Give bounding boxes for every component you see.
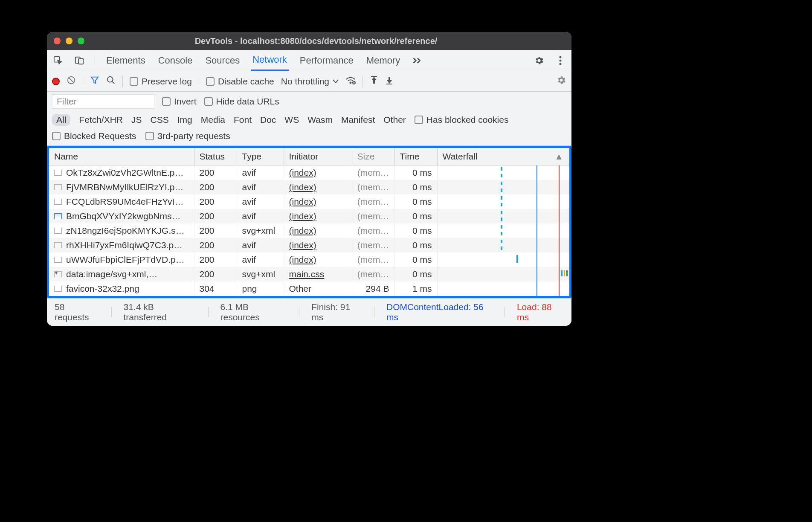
status-load: Load: 88 ms xyxy=(517,302,564,322)
chip-doc[interactable]: Doc xyxy=(260,115,276,125)
divider xyxy=(199,75,199,87)
col-type[interactable]: Type xyxy=(237,148,284,165)
panel-settings-gear-icon[interactable] xyxy=(556,75,566,87)
table-row[interactable]: uWWJfuFbpiClEFjPTdVD.p…200avif(index)(me… xyxy=(49,252,569,267)
sort-arrow-icon: ▲ xyxy=(554,151,563,162)
tab-console[interactable]: Console xyxy=(157,51,194,70)
table-row[interactable]: favicon-32x32.png304pngOther294 B1 ms xyxy=(49,281,569,296)
invert-checkbox[interactable]: Invert xyxy=(162,96,197,107)
has-blocked-cookies-label: Has blocked cookies xyxy=(426,115,509,125)
initiator-link[interactable]: (index) xyxy=(289,255,316,264)
tab-memory[interactable]: Memory xyxy=(365,51,402,70)
initiator-link[interactable]: (index) xyxy=(289,226,316,235)
kebab-menu-icon[interactable] xyxy=(554,55,566,67)
svg-rect-13 xyxy=(386,84,392,84)
waterfall-cell xyxy=(437,252,569,267)
record-button[interactable] xyxy=(52,78,60,85)
status-transferred: 31.4 kB transferred xyxy=(123,302,196,322)
tab-network[interactable]: Network xyxy=(251,50,289,71)
initiator-link[interactable]: (index) xyxy=(289,197,316,206)
invert-label: Invert xyxy=(174,96,197,107)
requests-table: Name Status Type Initiator Size Time Wat… xyxy=(49,148,569,296)
waterfall-cell xyxy=(437,281,569,296)
third-party-checkbox[interactable]: 3rd-party requests xyxy=(145,131,230,141)
filter-input[interactable]: Filter xyxy=(52,94,154,109)
request-time: 0 ms xyxy=(394,165,437,180)
divider xyxy=(83,75,83,87)
col-initiator[interactable]: Initiator xyxy=(284,148,352,165)
col-size[interactable]: Size xyxy=(352,148,394,165)
file-type-icon xyxy=(54,286,62,292)
file-type-icon xyxy=(54,184,62,190)
request-type: png xyxy=(237,281,284,296)
table-row[interactable]: data:image/svg+xml,…200svg+xmlmain.css(m… xyxy=(49,267,569,281)
initiator-link[interactable]: (index) xyxy=(289,240,316,250)
network-conditions-icon[interactable] xyxy=(345,76,356,87)
request-time: 0 ms xyxy=(394,238,437,252)
col-time[interactable]: Time xyxy=(394,148,437,165)
tab-performance[interactable]: Performance xyxy=(298,51,355,70)
table-row[interactable]: BmGbqXVYxIY2kwgbNms…200avif(index)(mem…0… xyxy=(49,209,569,223)
col-status[interactable]: Status xyxy=(194,148,237,165)
chip-font[interactable]: Font xyxy=(234,115,252,125)
chip-fetch-xhr[interactable]: Fetch/XHR xyxy=(79,115,123,125)
chip-ws[interactable]: WS xyxy=(284,115,299,125)
more-tabs-icon[interactable] xyxy=(411,55,423,67)
col-waterfall[interactable]: Waterfall▲ xyxy=(437,148,569,165)
close-window-button[interactable] xyxy=(54,38,61,44)
throttling-select[interactable]: No throttling xyxy=(281,76,339,87)
has-blocked-cookies-checkbox[interactable]: Has blocked cookies xyxy=(415,115,509,125)
chip-media[interactable]: Media xyxy=(201,115,225,125)
chip-js[interactable]: JS xyxy=(131,115,142,125)
tab-elements[interactable]: Elements xyxy=(104,51,147,70)
inspect-element-icon[interactable] xyxy=(52,55,64,67)
table-row[interactable]: rhXHHi7yxFm6IqiwQ7C3.p…200avif(index)(me… xyxy=(49,238,569,252)
request-name: uWWJfuFbpiClEFjPTdVD.p… xyxy=(66,255,185,265)
maximize-window-button[interactable] xyxy=(78,38,84,44)
table-row[interactable]: FCQLdbRS9UMc4eFHzYvI…200avif(index)(mem…… xyxy=(49,194,569,209)
blocked-requests-checkbox[interactable]: Blocked Requests xyxy=(52,131,136,141)
initiator-link[interactable]: (index) xyxy=(289,182,316,192)
settings-gear-icon[interactable] xyxy=(533,55,545,67)
chip-manifest[interactable]: Manifest xyxy=(341,115,375,125)
chip-css[interactable]: CSS xyxy=(151,115,169,125)
col-name[interactable]: Name xyxy=(49,148,194,165)
request-size: (mem… xyxy=(352,252,394,267)
preserve-log-checkbox[interactable]: Preserve log xyxy=(130,76,192,87)
chip-img[interactable]: Img xyxy=(177,115,192,125)
status-finish: Finish: 91 ms xyxy=(311,302,362,322)
request-time: 0 ms xyxy=(394,194,437,209)
table-row[interactable]: OkTz8xZwi0zVh2GWltnE.p…200avif(index)(me… xyxy=(49,165,569,180)
request-type: avif xyxy=(237,165,284,180)
upload-har-icon[interactable] xyxy=(370,76,378,87)
request-status: 200 xyxy=(194,238,237,252)
download-har-icon[interactable] xyxy=(385,76,394,87)
table-row[interactable]: zN18ngzI6ejSpoKMYKJG.s…200svg+xml(index)… xyxy=(49,223,569,238)
clear-icon[interactable] xyxy=(67,75,76,87)
request-status: 200 xyxy=(194,267,237,281)
request-status: 200 xyxy=(194,223,237,238)
preserve-log-label: Preserve log xyxy=(142,76,192,87)
initiator-link[interactable]: main.css xyxy=(289,269,325,279)
request-name: BmGbqXVYxIY2kwgbNms… xyxy=(66,211,180,221)
minimize-window-button[interactable] xyxy=(66,38,72,44)
table-header-row: Name Status Type Initiator Size Time Wat… xyxy=(49,148,569,165)
device-toolbar-icon[interactable] xyxy=(73,55,85,67)
status-resources: 6.1 MB resources xyxy=(220,302,287,322)
request-size: 294 B xyxy=(352,281,394,296)
search-icon[interactable] xyxy=(106,75,116,87)
tab-sources[interactable]: Sources xyxy=(203,51,241,70)
initiator-link[interactable]: (index) xyxy=(289,211,316,221)
svg-point-4 xyxy=(560,59,562,61)
chip-other[interactable]: Other xyxy=(383,115,406,125)
request-time: 0 ms xyxy=(394,209,437,223)
third-party-label: 3rd-party requests xyxy=(157,131,230,141)
hide-data-urls-checkbox[interactable]: Hide data URLs xyxy=(204,96,279,107)
disable-cache-checkbox[interactable]: Disable cache xyxy=(206,76,274,87)
chip-wasm[interactable]: Wasm xyxy=(307,115,333,125)
request-type: svg+xml xyxy=(237,267,284,281)
filter-funnel-icon[interactable] xyxy=(90,75,99,87)
initiator-link[interactable]: (index) xyxy=(289,168,316,177)
table-row[interactable]: FjVMRBNwMyIlkUElRzYI.p…200avif(index)(me… xyxy=(49,180,569,194)
chip-all[interactable]: All xyxy=(52,114,70,126)
